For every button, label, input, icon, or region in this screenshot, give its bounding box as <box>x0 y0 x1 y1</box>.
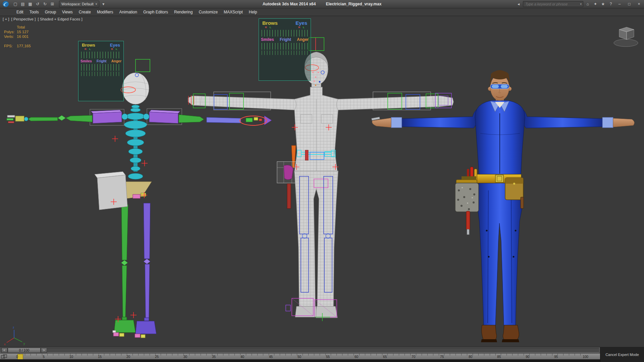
close-button[interactable]: × <box>635 1 643 7</box>
search-input[interactable] <box>525 2 580 6</box>
stats-fps-label: FPS: <box>4 44 17 48</box>
chevron-down-icon: ▾ <box>96 2 97 6</box>
right-label: R <box>265 26 267 29</box>
toolbar-more-icon[interactable]: ▾ <box>100 1 107 7</box>
3dsmax-logo-icon[interactable] <box>1 1 10 7</box>
tick-label: 20 <box>126 355 130 359</box>
workspace-label: Workspace: Default <box>61 2 94 6</box>
tick-label: 55 <box>326 355 330 359</box>
quick-access-toolbar: ▢ ▤ ▦ ↺ ↻ ⊞ Workspace: Default ▾ ▾ <box>12 1 107 7</box>
track-bar[interactable]: 0 5 10 15 20 25 30 35 40 45 50 55 60 65 … <box>0 353 600 360</box>
axis-y-label: y <box>23 342 25 345</box>
viewport-shading-menu[interactable]: [ Shaded + Edged Faces ] <box>38 17 82 21</box>
title-bar: ▢ ▤ ▦ ↺ ↻ ⊞ Workspace: Default ▾ ▾ Autod… <box>0 0 644 8</box>
tick-label: 90 <box>526 355 529 359</box>
morph-sliders[interactable] <box>262 51 308 55</box>
stats-polys-value: 15 127 <box>17 29 29 34</box>
infocenter: ◂ ▾ ⌂ ✦ ★ ? – □ × <box>515 1 644 7</box>
left-label: L <box>303 26 305 29</box>
tick-label: 35 <box>212 355 216 359</box>
tick-label: 50 <box>298 355 301 359</box>
menu-animation[interactable]: Animation <box>116 9 140 15</box>
anger-label: Anger <box>297 37 309 42</box>
morph-sliders[interactable] <box>81 72 121 76</box>
brows-label: Brows <box>82 43 95 48</box>
stats-total-label: Total <box>17 25 25 29</box>
tick-label: 5 <box>43 355 45 359</box>
facial-control-panel-mesh[interactable]: Brows Eyes RL RL Smiles Fright Anger <box>259 18 311 81</box>
wireframe-mesh-figure[interactable] <box>188 38 453 321</box>
sign-in-icon[interactable]: ⌂ <box>584 1 591 7</box>
morph-sliders[interactable] <box>81 64 121 71</box>
menu-create[interactable]: Create <box>76 9 94 15</box>
electrician-character[interactable] <box>372 70 635 342</box>
tick-label: 85 <box>497 355 501 359</box>
timeline-area: < 0 / 100 > 0 5 10 15 20 25 30 35 40 45 … <box>0 347 644 362</box>
help-icon[interactable]: ? <box>607 1 614 7</box>
favorites-icon[interactable]: ★ <box>600 1 606 7</box>
stats-fps-value: 177,165 <box>17 44 31 48</box>
stats-polys-label: Polys: <box>4 29 17 34</box>
project-toggle-icon[interactable]: ⊞ <box>49 1 56 7</box>
facial-control-panel-skeleton[interactable]: Brows Eyes RL RL Smiles Fright Anger <box>78 41 124 101</box>
open-mini-curve-editor-button[interactable] <box>1 354 8 359</box>
morph-sliders[interactable] <box>81 52 121 58</box>
tick-label: 95 <box>554 355 558 359</box>
save-file-icon[interactable]: ▦ <box>27 1 34 7</box>
tick-label: 100 <box>583 355 588 359</box>
status-strip <box>0 359 644 362</box>
maximize-button[interactable]: □ <box>625 1 634 7</box>
left-label: L <box>116 48 117 51</box>
3dsmax-window: ▢ ▤ ▦ ↺ ↻ ⊞ Workspace: Default ▾ ▾ Autod… <box>0 0 644 362</box>
tick-label: 70 <box>412 355 415 359</box>
menu-views[interactable]: Views <box>59 9 76 15</box>
menu-group[interactable]: Group <box>42 9 59 15</box>
menu-graph-editors[interactable]: Graph Editors <box>140 9 171 15</box>
tick-label: 45 <box>269 355 273 359</box>
menu-maxscript[interactable]: MAXScript <box>221 9 246 15</box>
viewcube[interactable] <box>614 27 638 47</box>
open-file-icon[interactable]: ▤ <box>19 1 26 7</box>
stats-verts-label: Verts: <box>4 34 17 39</box>
morph-sliders[interactable] <box>262 30 308 37</box>
viewport-statistics: Total Polys:15 127 Verts:16 001 FPS:177,… <box>4 25 31 48</box>
infocenter-collapse-icon[interactable]: ◂ <box>515 1 522 7</box>
anger-label: Anger <box>111 59 121 63</box>
tick-label: 15 <box>98 355 102 359</box>
morph-sliders[interactable] <box>262 43 308 50</box>
cancel-expert-mode-label: Cancel Expert Mode <box>605 353 639 357</box>
brows-label: Brows <box>262 20 278 26</box>
viewport-perspective[interactable]: x y z [ + ] [ Perspective ] [ Shaded + E… <box>0 16 644 347</box>
time-slider-handle[interactable]: 0 / 100 <box>8 348 41 353</box>
menu-tools[interactable]: Tools <box>26 9 42 15</box>
search-dropdown-icon[interactable]: ▾ <box>580 2 582 6</box>
next-frame-button[interactable]: > <box>41 348 47 353</box>
time-slider-track[interactable] <box>1 348 599 353</box>
menu-edit[interactable]: Edit <box>13 9 26 15</box>
right-label: R <box>298 26 300 29</box>
time-slider[interactable]: < 0 / 100 > <box>0 347 600 353</box>
world-axis-gizmo: x y z <box>4 326 25 346</box>
workspace-selector[interactable]: Workspace: Default ▾ <box>59 1 99 7</box>
minimize-button[interactable]: – <box>615 1 624 7</box>
cancel-expert-mode-button[interactable]: Cancel Expert Mode <box>600 347 644 362</box>
window-title: Autodesk 3ds Max 2014 x64 Electrician_Ri… <box>263 2 382 6</box>
menu-customize[interactable]: Customize <box>196 9 221 15</box>
search-box[interactable]: ▾ <box>523 1 583 7</box>
tick-label: 75 <box>440 355 444 359</box>
stats-verts-value: 16 001 <box>17 34 29 39</box>
undo-icon[interactable]: ↺ <box>34 1 41 7</box>
new-scene-icon[interactable]: ▢ <box>12 1 19 7</box>
viewport-pov-menu[interactable]: [ Perspective ] <box>11 17 36 21</box>
menu-help[interactable]: Help <box>246 9 260 15</box>
communication-center-icon[interactable]: ✦ <box>592 1 599 7</box>
viewport-general-menu[interactable]: [ + ] <box>3 17 9 21</box>
viewport-label: [ + ] [ Perspective ] [ Shaded + Edged F… <box>3 17 83 21</box>
smiles-label: Smiles <box>80 59 92 63</box>
tick-label: 0 <box>16 355 18 359</box>
menu-rendering[interactable]: Rendering <box>171 9 196 15</box>
redo-icon[interactable]: ↻ <box>42 1 48 7</box>
previous-frame-button[interactable]: < <box>1 348 7 353</box>
menu-modifiers[interactable]: Modifiers <box>94 9 116 15</box>
smiles-label: Smiles <box>261 37 274 42</box>
